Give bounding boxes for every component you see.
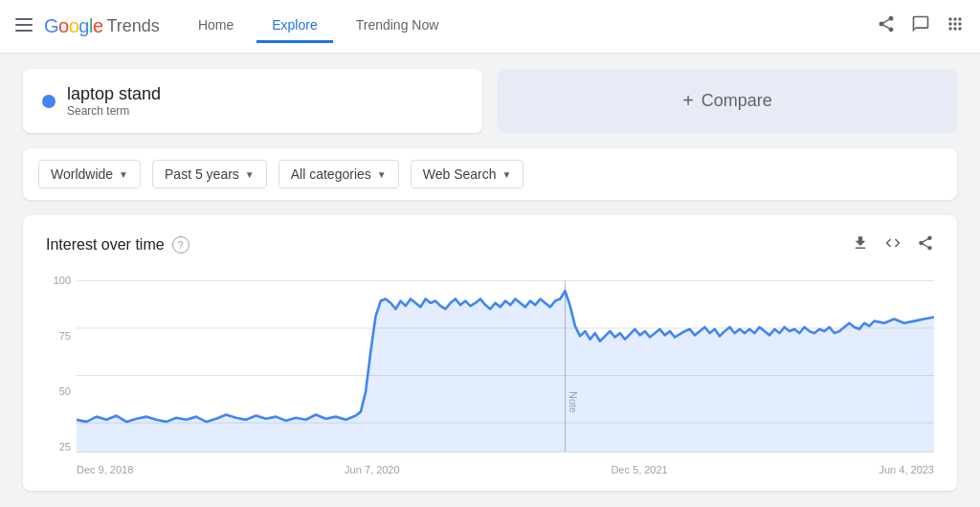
chevron-down-icon: ▼ bbox=[377, 169, 387, 180]
nav-trending[interactable]: Trending Now bbox=[341, 10, 455, 43]
x-axis-labels: Dec 9, 2018 Jun 7, 2020 Dec 5, 2021 Jun … bbox=[46, 464, 934, 475]
embed-icon[interactable] bbox=[884, 234, 902, 255]
compare-box[interactable]: + Compare bbox=[498, 69, 957, 133]
help-icon[interactable]: ? bbox=[172, 236, 189, 254]
compare-label: Compare bbox=[702, 91, 772, 111]
search-term-label: Search term bbox=[67, 104, 161, 118]
compare-plus: + bbox=[682, 90, 694, 112]
y-axis-labels: 100 75 50 25 bbox=[46, 275, 77, 452]
chart-container: Interest over time ? 100 bbox=[23, 215, 957, 491]
logo-google-text: Google bbox=[44, 15, 103, 37]
svg-rect-1 bbox=[15, 24, 33, 26]
chart-wrapper: 100 75 50 25 Note bbox=[46, 271, 934, 475]
share-chart-icon[interactable] bbox=[917, 234, 934, 255]
main-content: laptop stand Search term + Compare World… bbox=[0, 54, 980, 506]
chart-title: Interest over time bbox=[46, 236, 165, 254]
filter-category[interactable]: All categories ▼ bbox=[278, 160, 399, 188]
download-icon[interactable] bbox=[852, 234, 869, 255]
search-term-text: laptop stand bbox=[67, 84, 161, 104]
chevron-down-icon: ▼ bbox=[119, 169, 128, 180]
menu-icon[interactable] bbox=[15, 16, 33, 37]
logo-trends-text: Trends bbox=[107, 16, 160, 36]
header: Google Trends Home Explore Trending Now bbox=[0, 0, 980, 54]
nav-explore[interactable]: Explore bbox=[256, 10, 332, 43]
trend-chart: Note bbox=[46, 271, 934, 462]
feedback-icon[interactable] bbox=[911, 14, 930, 38]
filter-region[interactable]: Worldwide ▼ bbox=[38, 160, 141, 188]
apps-icon[interactable] bbox=[946, 14, 965, 38]
search-dot bbox=[42, 95, 56, 108]
chart-actions bbox=[852, 234, 934, 255]
share-icon[interactable] bbox=[877, 14, 896, 38]
chart-title-row: Interest over time ? bbox=[46, 236, 189, 254]
logo: Google Trends bbox=[44, 15, 160, 37]
search-term-info: laptop stand Search term bbox=[67, 84, 161, 118]
filters-row: Worldwide ▼ Past 5 years ▼ All categorie… bbox=[23, 148, 957, 200]
main-nav: Home Explore Trending Now bbox=[183, 10, 877, 43]
filter-search-type[interactable]: Web Search ▼ bbox=[411, 160, 524, 188]
svg-rect-0 bbox=[15, 18, 33, 20]
filter-time[interactable]: Past 5 years ▼ bbox=[152, 160, 267, 188]
chevron-down-icon: ▼ bbox=[501, 169, 511, 180]
chevron-down-icon: ▼ bbox=[245, 169, 255, 180]
svg-marker-10 bbox=[77, 291, 934, 452]
search-row: laptop stand Search term + Compare bbox=[23, 69, 957, 133]
chart-header: Interest over time ? bbox=[46, 234, 934, 255]
svg-rect-2 bbox=[15, 30, 33, 32]
search-box: laptop stand Search term bbox=[23, 69, 482, 133]
header-actions bbox=[877, 14, 965, 38]
nav-home[interactable]: Home bbox=[183, 10, 249, 43]
